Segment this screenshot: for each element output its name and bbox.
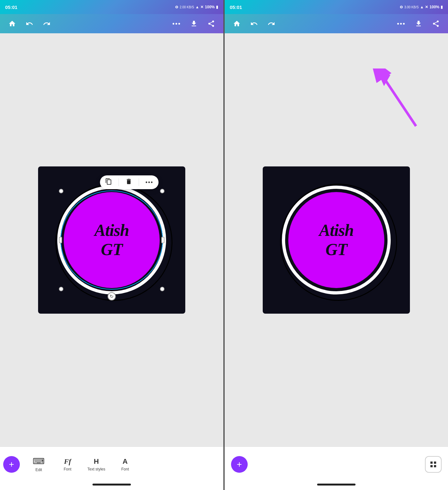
status-icons-left: ⊖ 2.00 KB/S ▲ ✕ 100% ▮ bbox=[175, 5, 218, 9]
text-styles-label: Text styles bbox=[87, 467, 105, 471]
toolbar-right: ••• bbox=[225, 14, 448, 33]
divider-1 bbox=[118, 178, 119, 186]
wifi-icon-left: ▲ bbox=[195, 5, 199, 9]
more-options-btn[interactable]: ••• bbox=[145, 179, 153, 186]
handle-tr[interactable] bbox=[160, 189, 164, 193]
text-styles-icon: H bbox=[94, 457, 99, 466]
divider-2 bbox=[139, 178, 139, 186]
data-speed-left: 2.00 KB/S bbox=[180, 5, 194, 9]
wifi-icon-right: ▲ bbox=[420, 5, 424, 9]
home-indicator-right bbox=[225, 482, 448, 490]
download-button-left[interactable] bbox=[188, 18, 200, 29]
canvas-area-left[interactable]: ••• Atish GT bbox=[0, 33, 223, 446]
more-button-left[interactable]: ••• bbox=[171, 18, 182, 29]
toolbar-left-group-right bbox=[231, 18, 277, 29]
handle-bl[interactable] bbox=[59, 287, 63, 291]
toolbar-right-group-left: ••• bbox=[171, 18, 217, 29]
redo-button-left[interactable] bbox=[41, 18, 52, 29]
redo-button-right[interactable] bbox=[266, 18, 277, 29]
home-button-left[interactable] bbox=[6, 18, 18, 29]
circle-outer-left: Atish GT bbox=[57, 186, 166, 294]
share-button-left[interactable] bbox=[205, 18, 217, 29]
status-icons-right: ⊖ 3.00 KB/S ▲ ✕ 100% ▮ bbox=[400, 5, 443, 9]
design-card-left[interactable]: ••• Atish GT bbox=[38, 166, 185, 314]
circle-inner-left: Atish GT bbox=[64, 192, 160, 288]
bottom-bar-left: + ⌨ Edit Ff Font H Text styles A Font bbox=[0, 446, 223, 482]
design-card-right[interactable]: Atish GT bbox=[263, 166, 410, 314]
battery-right: 100% bbox=[429, 5, 439, 9]
signal-bars-left: ✕ bbox=[200, 5, 204, 9]
tool-text-styles[interactable]: H Text styles bbox=[82, 452, 111, 477]
add-button-right[interactable]: + bbox=[231, 456, 248, 473]
home-button-right[interactable] bbox=[231, 18, 243, 29]
design-text-right: Atish GT bbox=[319, 221, 354, 259]
handle-tl[interactable] bbox=[59, 189, 63, 193]
data-speed-right: 3.00 KB/S bbox=[404, 5, 419, 9]
right-panel: 05:01 ⊖ 3.00 KB/S ▲ ✕ 100% ▮ bbox=[225, 0, 448, 490]
left-panel: 05:01 ⊖ 2.00 KB/S ▲ ✕ 100% ▮ bbox=[0, 0, 223, 490]
keyboard-icon: ⌨ bbox=[33, 456, 45, 466]
home-indicator-left bbox=[0, 482, 223, 490]
more-button-right[interactable]: ••• bbox=[396, 18, 407, 29]
status-bar-left: 05:01 ⊖ 2.00 KB/S ▲ ✕ 100% ▮ bbox=[0, 0, 223, 14]
design-text-left: Atish GT bbox=[94, 221, 129, 259]
status-bar-right: 05:01 ⊖ 3.00 KB/S ▲ ✕ 100% ▮ bbox=[225, 0, 448, 14]
font-icon: Ff bbox=[64, 457, 71, 466]
share-button-right[interactable] bbox=[430, 18, 442, 29]
font-color-icon: A bbox=[123, 457, 128, 466]
signal-bars-right: ✕ bbox=[425, 5, 428, 9]
toolbar-right-group-right: ••• bbox=[396, 18, 442, 29]
handle-br[interactable] bbox=[160, 287, 164, 291]
grid-button[interactable] bbox=[425, 456, 442, 473]
signal-icon-right: ⊖ bbox=[400, 5, 403, 9]
time-right: 05:01 bbox=[230, 4, 242, 10]
signal-icon-left: ⊖ bbox=[175, 5, 178, 9]
canvas-area-right[interactable]: Atish GT bbox=[225, 33, 448, 446]
copy-btn[interactable] bbox=[105, 178, 112, 187]
tool-font[interactable]: Ff Font bbox=[53, 452, 82, 477]
font-label: Font bbox=[64, 467, 71, 471]
context-menu: ••• bbox=[100, 175, 158, 189]
undo-button-left[interactable] bbox=[24, 18, 35, 29]
toolbar-left-group bbox=[6, 18, 52, 29]
bottom-bar-right: + bbox=[225, 446, 448, 482]
tool-font-color[interactable]: A Font bbox=[111, 452, 140, 477]
battery-icon-left: ▮ bbox=[216, 5, 218, 9]
add-button-left[interactable]: + bbox=[3, 456, 20, 473]
battery-icon-right: ▮ bbox=[441, 5, 443, 9]
undo-button-right[interactable] bbox=[248, 18, 260, 29]
toolbar-left: ••• bbox=[0, 14, 223, 33]
battery-left: 100% bbox=[205, 5, 215, 9]
edit-label: Edit bbox=[36, 468, 42, 472]
tool-edit[interactable]: ⌨ Edit bbox=[24, 452, 53, 477]
time-left: 05:01 bbox=[5, 4, 17, 10]
circle-inner-right: Atish GT bbox=[288, 192, 384, 288]
font-color-label: Font bbox=[121, 467, 129, 471]
circle-outer-right: Atish GT bbox=[282, 186, 391, 294]
svg-marker-1 bbox=[378, 72, 390, 86]
download-button-right[interactable] bbox=[413, 18, 424, 29]
delete-btn[interactable] bbox=[125, 178, 132, 187]
arrow-annotation bbox=[365, 68, 429, 134]
